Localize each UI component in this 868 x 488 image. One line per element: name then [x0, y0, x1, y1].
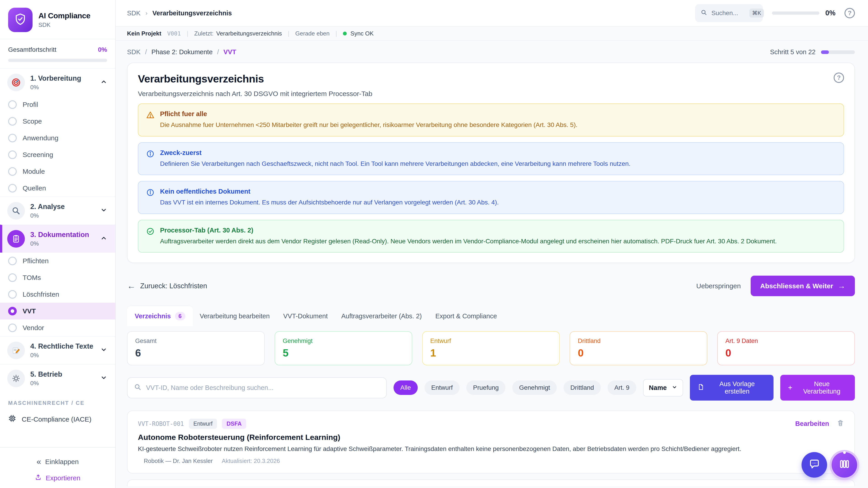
stat-card-gesamt: Gesamt 6 — [127, 331, 265, 365]
notice-title: Zweck-zuerst — [160, 149, 630, 157]
step-progress-bar — [821, 51, 855, 54]
chevron-down-icon — [100, 207, 107, 215]
sidebar-item-label: Löschfristen — [23, 291, 59, 298]
filter-chip-entwurf[interactable]: Entwurf — [425, 381, 460, 395]
skip-button[interactable]: Ueberspringen — [696, 282, 741, 290]
trash-icon[interactable] — [837, 419, 844, 428]
collapse-label: Einklappen — [45, 458, 79, 466]
sidebar-phase-rechtliche-texte[interactable]: 4. Rechtliche Texte 0% — [0, 336, 115, 364]
shield-check-icon — [14, 13, 27, 27]
sidebar-phase-dokumentation[interactable]: 3. Dokumentation 0% — [0, 225, 115, 253]
overall-progress: Gesamtfortschritt 0% — [0, 39, 115, 69]
notice-title: Processor-Tab (Art. 30 Abs. 2) — [160, 227, 777, 234]
phase-label: 5. Betrieb — [30, 370, 95, 379]
tab-vvt-dokument[interactable]: VVT-Dokument — [276, 306, 335, 326]
app-logo-row: AI Compliance SDK — [0, 0, 115, 39]
complete-next-button[interactable]: Abschliessen & Weiter → — [751, 275, 855, 296]
sidebar-item-pflichten[interactable]: Pflichten — [0, 253, 115, 269]
stat-card-entwurf: Entwurf 1 — [422, 331, 560, 365]
global-search[interactable]: ⌘K — [695, 4, 763, 22]
page-crumb-phase[interactable]: Phase 2: Dokumente — [151, 48, 213, 56]
sidebar-item-ce-compliance[interactable]: CE-Compliance (IACE) — [0, 410, 115, 431]
vvt-record-card[interactable]: VVT-ROBOT-001 Entwurf DSFA Bearbeiten Au… — [127, 411, 855, 474]
app-title: AI Compliance — [38, 11, 90, 20]
record-owner: Robotik — Dr. Jan Kessler — [144, 457, 213, 464]
phase-percent: 0% — [30, 212, 95, 219]
list-search-input[interactable] — [146, 384, 380, 392]
filter-chip-genehmigt[interactable]: Genehmigt — [512, 381, 557, 395]
phase-percent: 0% — [30, 84, 95, 91]
sidebar-nav: 1. Vorbereitung 0% Profil Scope Anwendun… — [0, 69, 115, 447]
project-name: Kein Projekt — [127, 30, 161, 37]
tab-verarbeitung-bearbeiten[interactable]: Verarbeitung bearbeiten — [193, 306, 277, 326]
record-title: Autonome Robotersteuerung (Reinforcement… — [138, 433, 844, 442]
next-record-card-partial[interactable] — [127, 480, 855, 486]
help-icon[interactable]: ? — [844, 8, 855, 18]
sidebar-item-scope[interactable]: Scope — [0, 113, 115, 130]
edit-button[interactable]: Bearbeiten — [795, 420, 829, 427]
sort-select[interactable]: Name — [643, 379, 683, 396]
chevron-up-icon — [100, 235, 107, 243]
last-visited-label: Zuletzt: — [194, 30, 213, 37]
back-button[interactable]: ← Zurueck: Löschfristen — [127, 281, 207, 291]
filter-chip-pruefung[interactable]: Pruefung — [466, 381, 506, 395]
tab-export-compliance[interactable]: Export & Compliance — [429, 306, 504, 326]
chat-bubble-icon — [809, 458, 820, 471]
check-circle-icon — [146, 227, 155, 246]
sync-status-label: Sync OK — [350, 30, 374, 37]
breadcrumb-root[interactable]: SDK — [127, 9, 141, 17]
tab-label: Auftragsverarbeiter (Abs. 2) — [341, 313, 422, 320]
card-help-icon[interactable]: ? — [834, 72, 844, 83]
document-icon — [698, 384, 704, 392]
filter-chip-drittland[interactable]: Drittland — [563, 381, 600, 395]
top-header: SDK › Verarbeitungsverzeichnis ⌘K 0% ? — [116, 0, 868, 27]
sidebar-item-module[interactable]: Module — [0, 163, 115, 180]
tab-label: Export & Compliance — [435, 313, 497, 320]
sidebar-section-maschinenrecht: MASCHINENRECHT / CE — [0, 392, 115, 410]
next-label: Abschliessen & Weiter — [760, 282, 833, 290]
notice-body: Das VVT ist ein internes Dokument. Es mu… — [160, 198, 499, 207]
tab-verzeichnis[interactable]: Verzeichnis 6 — [127, 306, 193, 326]
sidebar-phase-analyse[interactable]: 2. Analyse 0% — [0, 197, 115, 225]
sidebar-item-screening[interactable]: Screening — [0, 147, 115, 163]
sidebar-item-vvt[interactable]: VVT — [0, 303, 115, 320]
sidebar-item-profil[interactable]: Profil — [0, 96, 115, 113]
export-button[interactable]: Exportieren — [0, 470, 115, 486]
sidebar-item-loeschfristen[interactable]: Löschfristen — [0, 286, 115, 303]
search-icon — [701, 9, 707, 18]
phase-percent: 0% — [30, 240, 95, 247]
notice-title: Kein oeffentliches Dokument — [160, 188, 499, 195]
filter-chip-alle[interactable]: Alle — [394, 381, 418, 395]
sidebar-item-toms[interactable]: TOMs — [0, 269, 115, 286]
step-progress-fill — [821, 51, 829, 54]
create-from-template-button[interactable]: Aus Vorlage erstellen — [690, 375, 774, 400]
phase-label: 2. Analyse — [30, 203, 95, 211]
sidebar-item-anwendung[interactable]: Anwendung — [0, 130, 115, 147]
back-label: Zurueck: Löschfristen — [140, 282, 207, 290]
page-crumb-root[interactable]: SDK — [127, 48, 141, 56]
separator: / — [217, 48, 219, 56]
panel-toggle-button[interactable] — [832, 452, 857, 478]
search-icon — [134, 383, 142, 392]
plus-icon: + — [788, 383, 792, 392]
tab-label: Verzeichnis — [135, 313, 171, 320]
sidebar-phase-betrieb[interactable]: 5. Betrieb 0% — [0, 364, 115, 392]
stat-card-drittland: Drittland 0 — [569, 331, 707, 365]
sidebar-phase-vorbereitung[interactable]: 1. Vorbereitung 0% — [0, 69, 115, 96]
search-shortcut-kbd: ⌘K — [749, 8, 764, 18]
sidebar-item-vendor[interactable]: Vendor — [0, 320, 115, 336]
list-search[interactable] — [127, 377, 387, 398]
sidebar-item-label: Vendor — [23, 324, 44, 332]
global-search-input[interactable] — [711, 9, 745, 17]
filter-chip-art9[interactable]: Art. 9 — [608, 381, 636, 395]
chevron-down-icon — [672, 384, 677, 392]
chat-assistant-button[interactable] — [802, 452, 827, 478]
sidebar-item-label: Quellen — [23, 184, 46, 192]
new-processing-button[interactable]: + Neue Verarbeitung — [780, 375, 855, 400]
collapse-sidebar-button[interactable]: « Einklappen — [0, 453, 115, 470]
phase-percent: 0% — [30, 380, 95, 387]
tab-auftragsverarbeiter[interactable]: Auftragsverarbeiter (Abs. 2) — [335, 306, 429, 326]
sidebar-item-quellen[interactable]: Quellen — [0, 180, 115, 197]
app-subtitle: SDK — [38, 22, 90, 29]
stats-row: Gesamt 6 Genehmigt 5 Entwurf 1 Drittland… — [127, 331, 855, 365]
